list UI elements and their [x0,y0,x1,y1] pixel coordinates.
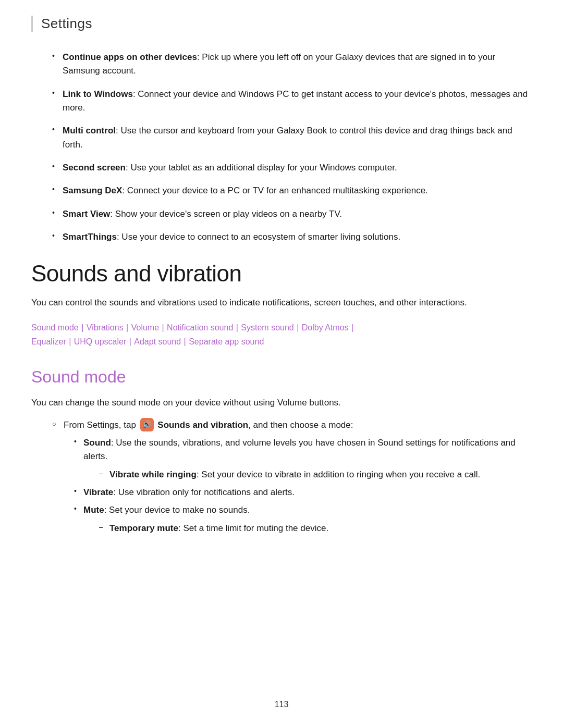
dash-item-temp-mute: Temporary mute: Set a time limit for mut… [99,522,532,535]
list-item-mute: Mute: Set your device to make no sounds.… [74,503,532,535]
separator-8: | [127,337,133,346]
list-item: Samsung DeX: Connect your device to a PC… [52,184,532,198]
separator-6: | [349,323,354,332]
list-item: Multi control: Use the cursor and keyboa… [52,124,532,152]
nav-link-uhq[interactable]: UHQ upscaler [74,337,126,346]
desc-vibrate: : Use vibration only for notifications a… [113,487,295,497]
term-smartthings: SmartThings [63,232,117,242]
page-title: Settings [41,16,92,31]
list-item: Continue apps on other devices: Pick up … [52,51,532,78]
sound-options-list: Sound: Use the sounds, vibrations, and v… [74,436,532,535]
separator-5: | [295,323,301,332]
desc-mute: : Set your device to make no sounds. [104,505,250,515]
desc-multi-control: : Use the cursor and keyboard from your … [63,126,512,149]
section-intro-text: You can control the sounds and vibration… [31,296,532,310]
nav-link-adapt-sound[interactable]: Adapt sound [134,337,181,346]
nav-link-system-sound[interactable]: System sound [241,323,293,332]
desc-smart-view: : Show your device's screen or play vide… [110,209,342,219]
term-link-windows: Link to Windows [63,89,133,99]
desc-sound: : Use the sounds, vibrations, and volume… [83,438,516,461]
separator-7: | [67,337,74,346]
nav-link-sound-mode[interactable]: Sound mode [31,323,79,332]
term-sound: Sound [83,438,111,448]
instruction-bold: Sounds and vibration [157,420,248,430]
sounds-vibration-title: Sounds and vibration [31,261,532,287]
desc-smartthings: : Use your device to connect to an ecosy… [117,232,400,242]
term-vibrate-ringing: Vibrate while ringing [109,470,197,479]
nav-link-volume[interactable]: Volume [131,323,159,332]
page-header: Settings [31,16,532,32]
separator-9: | [181,337,188,346]
desc-samsung-dex: : Connect your device to a PC or TV for … [122,186,428,195]
separator-3: | [160,323,166,332]
intro-bullet-list: Continue apps on other devices: Pick up … [52,51,532,244]
term-second-screen: Second screen [63,163,126,172]
sound-mode-instruction-list: From Settings, tap Sounds and vibration,… [52,418,532,536]
separator-4: | [234,323,240,332]
nav-links-container: Sound mode | Vibrations | Volume | Notif… [31,320,532,349]
page-number: 113 [275,700,289,709]
list-item: SmartThings: Use your device to connect … [52,230,532,244]
instruction-suffix: , and then choose a mode: [248,420,353,430]
dash-item-vibrate-ringing: Vibrate while ringing: Set your device t… [99,468,532,482]
term-multi-control: Multi control [63,126,116,135]
desc-temp-mute: : Set a time limit for muting the device… [178,523,328,533]
desc-second-screen: : Use your tablet as an additional displ… [126,163,397,172]
sound-mode-title: Sound mode [31,367,532,387]
sound-mode-description: You can change the sound mode on your de… [31,396,532,410]
circle-list-item: From Settings, tap Sounds and vibration,… [52,418,532,536]
mute-sub-list: Temporary mute: Set a time limit for mut… [99,522,532,535]
nav-link-vibrations[interactable]: Vibrations [87,323,124,332]
list-item-sound: Sound: Use the sounds, vibrations, and v… [74,436,532,482]
list-item: Smart View: Show your device's screen or… [52,207,532,221]
separator-1: | [79,323,86,332]
nav-link-notification-sound[interactable]: Notification sound [167,323,233,332]
nav-link-equalizer[interactable]: Equalizer [31,337,66,346]
term-temp-mute: Temporary mute [109,523,178,533]
term-continue-apps: Continue apps on other devices [63,52,197,62]
term-mute: Mute [83,505,104,515]
desc-vibrate-ringing: : Set your device to vibrate in addition… [197,470,480,479]
sound-sub-list: Vibrate while ringing: Set your device t… [99,468,532,482]
list-item: Link to Windows: Connect your device and… [52,88,532,115]
term-samsung-dex: Samsung DeX [63,186,122,195]
instruction-prefix: From Settings, tap [64,420,136,430]
term-vibrate: Vibrate [83,487,113,497]
nav-link-separate-app-sound[interactable]: Separate app sound [189,337,264,346]
nav-link-dolby-atmos[interactable]: Dolby Atmos [302,323,349,332]
term-smart-view: Smart View [63,209,110,219]
sounds-vibration-icon [140,418,154,431]
list-item-vibrate: Vibrate: Use vibration only for notifica… [74,486,532,499]
separator-2: | [124,323,131,332]
list-item: Second screen: Use your tablet as an add… [52,161,532,175]
